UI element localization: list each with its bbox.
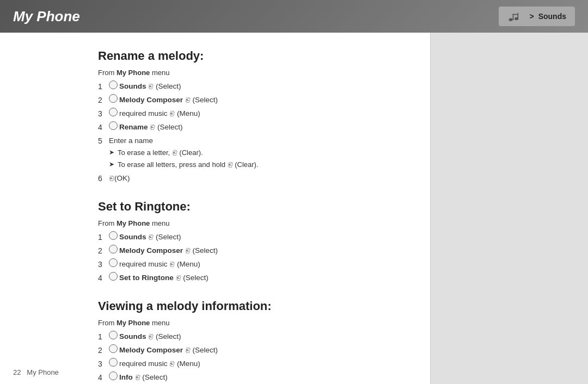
nav-circle-icon <box>109 245 118 253</box>
select-soft-icon: ⎗ <box>185 95 189 106</box>
page-number: 22 <box>13 368 21 376</box>
select-soft-icon: ⎗ <box>148 331 152 342</box>
menu-soft-icon: ⎗ <box>169 358 174 369</box>
svg-rect-4 <box>518 13 519 19</box>
section-rename-from: From My Phone menu <box>98 69 408 77</box>
nav-circle-icon <box>109 272 118 281</box>
nav-circle-icon <box>109 80 118 89</box>
step-item: 3 required music ⎗ (Menu) <box>98 358 408 370</box>
sub-step-item: ➤ To erase all letters, press and hold ⎗… <box>109 159 408 170</box>
nav-circle-icon <box>109 94 118 103</box>
section-ringtone: Set to Ringtone: From My Phone menu 1 So… <box>98 200 408 284</box>
select-soft-icon: ⎗ <box>185 245 189 256</box>
step-item: 3 required music ⎗ (Menu) <box>98 108 408 120</box>
svg-point-0 <box>509 18 513 21</box>
step-item: 2 Melody Composer ⎗ (Select) <box>98 345 408 356</box>
nav-circle-icon <box>109 331 118 339</box>
section-rename-title: Rename a melody: <box>98 49 408 63</box>
clear-soft-icon: ⎗ <box>172 147 176 158</box>
nav-circle-icon <box>109 121 118 130</box>
breadcrumb-arrow: > <box>529 12 534 21</box>
step-item: 2 Melody Composer ⎗ (Select) <box>98 245 408 257</box>
nav-circle-icon <box>109 231 118 240</box>
select-soft-icon: ⎗ <box>148 232 152 243</box>
section-rename: Rename a melody: From My Phone menu 1 So… <box>98 49 408 184</box>
step-item: 2 Melody Composer ⎗ (Select) <box>98 95 408 106</box>
step-item: 6 ⎗ (OK) <box>98 173 408 184</box>
step-item: 1 Sounds ⎗ (Select) <box>98 232 408 243</box>
section-viewing-from: From My Phone menu <box>98 319 408 327</box>
music-notes-icon <box>507 10 523 23</box>
step-item: 4 Set to Ringtone ⎗ (Select) <box>98 272 408 284</box>
section-ringtone-from: From My Phone menu <box>98 219 408 227</box>
select-soft-icon: ⎗ <box>150 122 154 133</box>
breadcrumb: > Sounds <box>499 7 575 26</box>
select-soft-icon: ⎗ <box>135 372 139 383</box>
step-item: 1 Sounds ⎗ (Select) <box>98 331 408 343</box>
main-content: Rename a melody: From My Phone menu 1 So… <box>0 33 430 384</box>
nav-circle-icon <box>109 108 118 116</box>
sub-steps: ➤ To erase a letter, ⎗ (Clear). ➤ To era… <box>109 147 408 170</box>
step-item: 4 Rename ⎗ (Select) <box>98 122 408 133</box>
sub-step-item: ➤ To erase a letter, ⎗ (Clear). <box>109 147 408 158</box>
content-wrapper: Rename a melody: From My Phone menu 1 So… <box>0 33 588 384</box>
section-viewing-title: Viewing a melody information: <box>98 299 408 313</box>
section-ringtone-title: Set to Ringtone: <box>98 200 408 214</box>
steps-rename: 1 Sounds ⎗ (Select) 2 Melody Composer ⎗ … <box>98 81 408 184</box>
page-header: My Phone > Sounds <box>0 0 588 33</box>
select-soft-icon: ⎗ <box>185 345 189 356</box>
section-viewing: Viewing a melody information: From My Ph… <box>98 299 408 383</box>
step-item: 4 Info ⎗ (Select) <box>98 372 408 383</box>
steps-ringtone: 1 Sounds ⎗ (Select) 2 Melody Composer ⎗ … <box>98 232 408 284</box>
footer-section-label: My Phone <box>27 368 59 376</box>
step-item: 3 required music ⎗ (Menu) <box>98 259 408 270</box>
nav-circle-icon <box>109 371 118 380</box>
right-sidebar <box>430 33 588 384</box>
menu-soft-icon: ⎗ <box>169 259 174 270</box>
select-soft-icon: ⎗ <box>176 272 180 283</box>
nav-circle-icon <box>109 258 118 267</box>
page-title: My Phone <box>13 8 499 25</box>
nav-circle-icon <box>109 344 118 353</box>
step-item: 1 Sounds ⎗ (Select) <box>98 81 408 92</box>
nav-circle-icon <box>109 358 118 367</box>
breadcrumb-label: Sounds <box>538 12 566 21</box>
page-footer: 22 My Phone <box>13 368 59 376</box>
step-item: 5 Enter a name ➤ To erase a letter, ⎗ (C… <box>98 135 408 171</box>
steps-viewing: 1 Sounds ⎗ (Select) 2 Melody Composer ⎗ … <box>98 331 408 383</box>
clear-soft-icon: ⎗ <box>228 159 232 170</box>
select-soft-icon: ⎗ <box>148 81 152 92</box>
svg-rect-2 <box>513 14 518 15</box>
ok-soft-icon: ⎗ <box>109 173 113 184</box>
menu-soft-icon: ⎗ <box>169 108 174 119</box>
